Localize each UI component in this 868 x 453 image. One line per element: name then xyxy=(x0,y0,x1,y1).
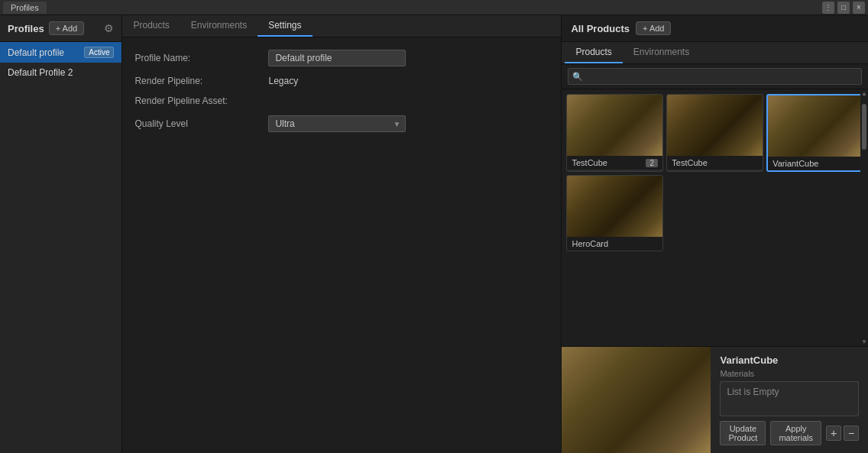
settings-content: Profile Name: Render Pipeline: Legacy Re… xyxy=(122,37,561,453)
scrollbar-thumb[interactable] xyxy=(862,104,866,150)
add-product-button[interactable]: + Add xyxy=(636,21,671,35)
profile-item-1[interactable]: Default profile Active xyxy=(0,42,121,63)
tab-all-environments[interactable]: Environments xyxy=(623,42,700,63)
menu-btn[interactable]: ⋮ xyxy=(822,2,834,14)
search-input[interactable] xyxy=(568,68,862,85)
product-card-2[interactable]: TestCube xyxy=(666,94,763,172)
product-footer-3: VariantCube xyxy=(768,157,862,170)
profile-name-label: Profile Name: xyxy=(134,53,268,63)
product-thumb-1 xyxy=(567,95,662,156)
top-section: Products Environments Settings Profile N… xyxy=(122,15,868,453)
detail-actions: Update Product Apply materials + − xyxy=(720,421,859,445)
product-thumb-2 xyxy=(667,95,763,156)
scrollbar[interactable]: ▲ ▼ xyxy=(860,89,868,346)
tab-settings[interactable]: Settings xyxy=(257,15,312,37)
product-badge-1: 2 xyxy=(646,159,658,167)
detail-materials-label: Materials xyxy=(720,369,859,378)
right-panel: Products Environments Settings Profile N… xyxy=(122,15,868,453)
product-card-1[interactable]: TestCube 2 xyxy=(566,94,663,172)
product-thumb-3 xyxy=(768,95,862,157)
product-footer-4: HeroCard xyxy=(567,237,662,251)
remove-material-button[interactable]: − xyxy=(844,425,859,441)
render-pipeline-label: Render Pipeline: xyxy=(134,76,268,86)
add-profile-button[interactable]: + Add xyxy=(49,21,84,35)
quality-level-label: Quality Level xyxy=(134,118,268,129)
product-card-3[interactable]: VariantCube xyxy=(766,94,863,172)
render-pipeline-asset-label: Render Pipeline Asset: xyxy=(134,95,268,106)
product-name-2: TestCube xyxy=(672,158,707,167)
product-name-1: TestCube xyxy=(572,158,607,167)
quality-level-value: Ultra xyxy=(269,116,388,131)
add-material-button[interactable]: + xyxy=(826,425,841,441)
product-footer-2: TestCube xyxy=(667,156,763,170)
settings-gear-icon[interactable]: ⚙ xyxy=(104,22,114,34)
product-name-3: VariantCube xyxy=(772,159,818,168)
title-bar: Profiles ⋮ □ × xyxy=(0,0,868,15)
products-tabs-row: Products Environments xyxy=(562,42,868,64)
left-panel: Profiles + Add ⚙ Default profile Active … xyxy=(0,15,122,453)
active-badge-1: Active xyxy=(84,47,114,58)
product-thumb-4 xyxy=(567,176,662,237)
window-controls: ⋮ □ × xyxy=(822,2,865,14)
detail-product-name: VariantCube xyxy=(720,354,859,366)
scroll-down-icon[interactable]: ▼ xyxy=(860,338,868,346)
render-pipeline-row: Render Pipeline: Legacy xyxy=(134,76,549,86)
all-products-panel: All Products + Add Products Environments… xyxy=(562,15,868,453)
profile-label-1: Default profile xyxy=(8,47,79,58)
detail-thumb xyxy=(562,347,711,453)
close-btn[interactable]: × xyxy=(853,2,865,14)
scroll-up-icon[interactable]: ▲ xyxy=(860,89,868,98)
product-footer-1: TestCube 2 xyxy=(567,156,662,170)
profiles-title: Profiles xyxy=(8,23,44,34)
profiles-header: Profiles + Add ⚙ xyxy=(0,15,121,42)
title-tab[interactable]: Profiles xyxy=(3,2,47,14)
detail-panel: VariantCube Materials List is Empty Upda… xyxy=(562,346,868,453)
product-grid: TestCube 2 TestCube xyxy=(562,89,868,256)
apply-materials-button[interactable]: Apply materials xyxy=(770,421,821,445)
product-name-4: HeroCard xyxy=(572,239,608,248)
chevron-down-icon: ▼ xyxy=(389,120,406,128)
product-grid-wrap: TestCube 2 TestCube xyxy=(562,89,868,346)
search-bar: 🔍 xyxy=(562,64,868,89)
settings-tabs-row: Products Environments Settings xyxy=(122,15,561,37)
profile-item-2[interactable]: Default Profile 2 xyxy=(0,63,121,83)
materials-list-box: List is Empty xyxy=(720,381,859,416)
quality-level-row: Quality Level Ultra ▼ xyxy=(134,115,549,132)
profile-list: Default profile Active Default Profile 2 xyxy=(0,42,121,453)
profile-label-2: Default Profile 2 xyxy=(8,67,114,78)
settings-area: Products Environments Settings Profile N… xyxy=(122,15,562,453)
detail-content: VariantCube Materials List is Empty Upda… xyxy=(711,347,868,453)
render-pipeline-value: Legacy xyxy=(268,76,298,86)
all-products-header: All Products + Add xyxy=(562,15,868,42)
profile-name-row: Profile Name: xyxy=(134,50,549,66)
tab-products[interactable]: Products xyxy=(122,15,180,37)
profile-name-input[interactable] xyxy=(268,50,406,66)
app-container: Profiles + Add ⚙ Default profile Active … xyxy=(0,15,868,453)
render-pipeline-asset-row: Render Pipeline Asset: xyxy=(134,95,549,106)
tab-environments[interactable]: Environments xyxy=(180,15,257,37)
update-product-button[interactable]: Update Product xyxy=(720,421,766,445)
product-card-4[interactable]: HeroCard xyxy=(566,175,663,251)
search-icon: 🔍 xyxy=(572,72,583,82)
maximize-btn[interactable]: □ xyxy=(837,2,850,14)
all-products-title: All Products xyxy=(571,23,630,34)
quality-level-select[interactable]: Ultra ▼ xyxy=(268,115,406,132)
tab-all-products[interactable]: Products xyxy=(565,42,622,63)
icon-buttons: + − xyxy=(826,425,859,441)
